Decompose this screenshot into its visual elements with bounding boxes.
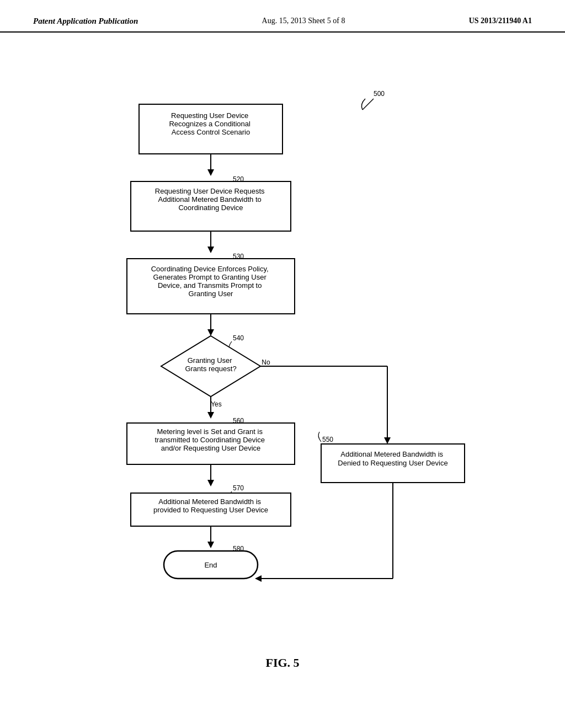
header-left: Patent Application Publication [33,17,138,26]
figure-caption-text: FIG. 5 [265,656,299,670]
arrowhead-570-580 [207,542,214,548]
ref-570: 570 [233,484,244,492]
diagram-ref-500: 500 [374,90,385,98]
header-right: US 2013/211940 A1 [469,17,532,25]
arrowhead-yes [207,412,214,419]
node-540-text: Granting User Grants request? [185,356,236,373]
diagram-area: .box-text { font-family: Arial, sans-ser… [0,33,565,692]
node-580-text: End [204,561,217,569]
arrowhead-no [384,437,391,444]
date-sheet-label: Aug. 15, 2013 Sheet 5 of 8 [262,17,345,25]
node-570-text: Additional Metered Bandwidth is provided… [153,497,268,514]
publication-label: Patent Application Publication [33,17,138,25]
ref-540: 540 [233,334,244,342]
arrowhead-550-end [255,575,262,582]
arrowhead-520-530 [207,247,214,253]
arrowhead-510-520 [207,169,214,176]
page: Patent Application Publication Aug. 15, … [0,0,565,728]
label-yes: Yes [211,400,222,408]
flowchart-svg: .box-text { font-family: Arial, sans-ser… [45,44,520,650]
arrowhead-560-570 [207,480,214,486]
ref-550: 550 [322,436,333,443]
header-center: Aug. 15, 2013 Sheet 5 of 8 [262,17,345,25]
node-550-text: Additional Metered Bandwidth is Denied t… [338,450,447,467]
arrowhead-530-540 [207,329,214,336]
node-510-text: Requesting User Device Recognizes a Cond… [169,111,252,136]
label-no: No [262,358,270,366]
figure-caption: FIG. 5 [33,656,532,670]
patent-number-label: US 2013/211940 A1 [469,17,532,25]
header: Patent Application Publication Aug. 15, … [0,0,565,33]
node-560-text: Metering level is Set and Grant is trans… [154,427,266,452]
